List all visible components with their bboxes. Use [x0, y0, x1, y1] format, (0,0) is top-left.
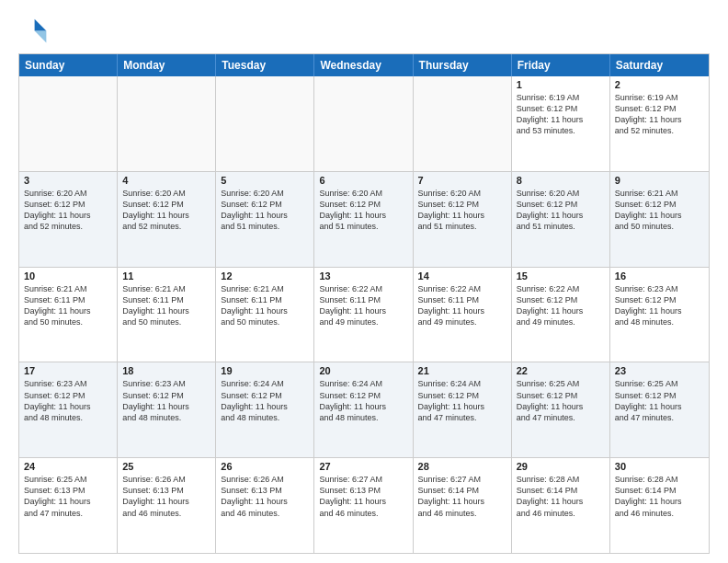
day-number: 14: [418, 270, 506, 282]
day-info: Sunrise: 6:21 AM Sunset: 6:12 PM Dayligh…: [615, 188, 704, 233]
day-info: Sunrise: 6:24 AM Sunset: 6:12 PM Dayligh…: [319, 378, 407, 423]
day-number: 16: [615, 270, 704, 282]
calendar-cell: 26Sunrise: 6:26 AM Sunset: 6:13 PM Dayli…: [216, 458, 314, 553]
day-info: Sunrise: 6:27 AM Sunset: 6:13 PM Dayligh…: [319, 474, 407, 519]
calendar-cell: 14Sunrise: 6:22 AM Sunset: 6:11 PM Dayli…: [414, 268, 512, 362]
calendar-cell: 21Sunrise: 6:24 AM Sunset: 6:12 PM Dayli…: [414, 362, 512, 457]
day-number: 29: [517, 461, 605, 472]
day-info: Sunrise: 6:25 AM Sunset: 6:12 PM Dayligh…: [517, 378, 605, 423]
calendar-cell: 22Sunrise: 6:25 AM Sunset: 6:12 PM Dayli…: [512, 362, 610, 457]
calendar-cell: 12Sunrise: 6:21 AM Sunset: 6:11 PM Dayli…: [216, 268, 314, 362]
calendar-cell: 18Sunrise: 6:23 AM Sunset: 6:12 PM Dayli…: [118, 362, 216, 457]
day-info: Sunrise: 6:21 AM Sunset: 6:11 PM Dayligh…: [24, 283, 112, 328]
day-number: 10: [24, 270, 112, 282]
day-info: Sunrise: 6:24 AM Sunset: 6:12 PM Dayligh…: [418, 378, 506, 423]
calendar-cell: 3Sunrise: 6:20 AM Sunset: 6:12 PM Daylig…: [19, 172, 118, 267]
calendar-cell: 25Sunrise: 6:26 AM Sunset: 6:13 PM Dayli…: [118, 458, 216, 553]
day-number: 30: [615, 461, 704, 472]
calendar-cell: [314, 76, 413, 171]
day-number: 7: [418, 175, 506, 186]
day-info: Sunrise: 6:19 AM Sunset: 6:12 PM Dayligh…: [517, 92, 605, 137]
day-info: Sunrise: 6:20 AM Sunset: 6:12 PM Dayligh…: [24, 188, 112, 233]
calendar-cell: 4Sunrise: 6:20 AM Sunset: 6:12 PM Daylig…: [118, 172, 216, 267]
calendar-cell: 24Sunrise: 6:25 AM Sunset: 6:13 PM Dayli…: [19, 458, 118, 553]
day-number: 27: [319, 461, 407, 472]
calendar-cell: [19, 76, 118, 171]
svg-marker-0: [35, 19, 47, 31]
day-number: 8: [517, 175, 605, 186]
calendar-cell: 30Sunrise: 6:28 AM Sunset: 6:14 PM Dayli…: [610, 458, 709, 553]
cal-header-day: Monday: [118, 54, 216, 76]
day-number: 24: [24, 461, 112, 472]
cal-header-day: Sunday: [19, 54, 118, 76]
calendar-cell: 10Sunrise: 6:21 AM Sunset: 6:11 PM Dayli…: [19, 268, 118, 362]
calendar-cell: [414, 76, 512, 171]
calendar-cell: 5Sunrise: 6:20 AM Sunset: 6:12 PM Daylig…: [216, 172, 314, 267]
calendar-cell: 8Sunrise: 6:20 AM Sunset: 6:12 PM Daylig…: [512, 172, 610, 267]
day-info: Sunrise: 6:22 AM Sunset: 6:11 PM Dayligh…: [319, 283, 407, 328]
calendar-cell: 6Sunrise: 6:20 AM Sunset: 6:12 PM Daylig…: [314, 172, 413, 267]
calendar-cell: 13Sunrise: 6:22 AM Sunset: 6:11 PM Dayli…: [314, 268, 413, 362]
day-info: Sunrise: 6:28 AM Sunset: 6:14 PM Dayligh…: [517, 474, 605, 519]
logo-icon: [18, 15, 48, 44]
day-info: Sunrise: 6:20 AM Sunset: 6:12 PM Dayligh…: [319, 188, 407, 233]
calendar-row: 3Sunrise: 6:20 AM Sunset: 6:12 PM Daylig…: [19, 171, 709, 267]
day-info: Sunrise: 6:20 AM Sunset: 6:12 PM Dayligh…: [221, 188, 309, 233]
day-info: Sunrise: 6:23 AM Sunset: 6:12 PM Dayligh…: [615, 283, 704, 328]
day-info: Sunrise: 6:21 AM Sunset: 6:11 PM Dayligh…: [221, 283, 309, 328]
day-number: 15: [517, 270, 605, 282]
cal-header-day: Saturday: [610, 54, 709, 76]
calendar-cell: [216, 76, 314, 171]
day-info: Sunrise: 6:20 AM Sunset: 6:12 PM Dayligh…: [418, 188, 506, 233]
calendar-cell: 27Sunrise: 6:27 AM Sunset: 6:13 PM Dayli…: [314, 458, 413, 553]
cal-header-day: Wednesday: [314, 54, 413, 76]
day-number: 3: [24, 175, 112, 186]
cal-header-day: Thursday: [414, 54, 512, 76]
day-number: 22: [517, 365, 605, 376]
day-number: 9: [615, 175, 704, 186]
day-number: 13: [319, 270, 407, 282]
calendar-body: 1Sunrise: 6:19 AM Sunset: 6:12 PM Daylig…: [19, 76, 709, 553]
day-number: 4: [122, 175, 210, 186]
day-info: Sunrise: 6:22 AM Sunset: 6:12 PM Dayligh…: [517, 283, 605, 328]
day-number: 25: [122, 461, 210, 472]
calendar-cell: 20Sunrise: 6:24 AM Sunset: 6:12 PM Dayli…: [314, 362, 413, 457]
calendar-cell: 16Sunrise: 6:23 AM Sunset: 6:12 PM Dayli…: [610, 268, 709, 362]
day-info: Sunrise: 6:28 AM Sunset: 6:14 PM Dayligh…: [615, 474, 704, 519]
day-number: 5: [221, 175, 309, 186]
calendar-cell: 29Sunrise: 6:28 AM Sunset: 6:14 PM Dayli…: [512, 458, 610, 553]
calendar-cell: 15Sunrise: 6:22 AM Sunset: 6:12 PM Dayli…: [512, 268, 610, 362]
calendar-cell: 7Sunrise: 6:20 AM Sunset: 6:12 PM Daylig…: [414, 172, 512, 267]
calendar-row: 10Sunrise: 6:21 AM Sunset: 6:11 PM Dayli…: [19, 267, 709, 362]
day-number: 26: [221, 461, 309, 472]
day-info: Sunrise: 6:25 AM Sunset: 6:12 PM Dayligh…: [615, 378, 704, 423]
day-info: Sunrise: 6:20 AM Sunset: 6:12 PM Dayligh…: [517, 188, 605, 233]
calendar-row: 24Sunrise: 6:25 AM Sunset: 6:13 PM Dayli…: [19, 457, 709, 553]
day-info: Sunrise: 6:26 AM Sunset: 6:13 PM Dayligh…: [122, 474, 210, 519]
calendar-row: 1Sunrise: 6:19 AM Sunset: 6:12 PM Daylig…: [19, 76, 709, 171]
calendar: SundayMondayTuesdayWednesdayThursdayFrid…: [18, 53, 710, 554]
cal-header-day: Friday: [512, 54, 610, 76]
day-number: 12: [221, 270, 309, 282]
day-info: Sunrise: 6:20 AM Sunset: 6:12 PM Dayligh…: [122, 188, 210, 233]
calendar-header: SundayMondayTuesdayWednesdayThursdayFrid…: [19, 54, 709, 76]
calendar-cell: 2Sunrise: 6:19 AM Sunset: 6:12 PM Daylig…: [610, 76, 709, 171]
day-number: 20: [319, 365, 407, 376]
day-number: 1: [517, 79, 605, 90]
day-number: 21: [418, 365, 506, 376]
day-info: Sunrise: 6:19 AM Sunset: 6:12 PM Dayligh…: [615, 92, 704, 137]
day-info: Sunrise: 6:23 AM Sunset: 6:12 PM Dayligh…: [122, 378, 210, 423]
day-number: 11: [122, 270, 210, 282]
day-info: Sunrise: 6:26 AM Sunset: 6:13 PM Dayligh…: [221, 474, 309, 519]
day-info: Sunrise: 6:25 AM Sunset: 6:13 PM Dayligh…: [24, 474, 112, 519]
day-info: Sunrise: 6:23 AM Sunset: 6:12 PM Dayligh…: [24, 378, 112, 423]
calendar-cell: 28Sunrise: 6:27 AM Sunset: 6:14 PM Dayli…: [414, 458, 512, 553]
day-number: 18: [122, 365, 210, 376]
day-info: Sunrise: 6:21 AM Sunset: 6:11 PM Dayligh…: [122, 283, 210, 328]
day-number: 2: [615, 79, 704, 90]
day-number: 19: [221, 365, 309, 376]
calendar-row: 17Sunrise: 6:23 AM Sunset: 6:12 PM Dayli…: [19, 362, 709, 457]
svg-marker-1: [35, 31, 47, 43]
calendar-cell: 9Sunrise: 6:21 AM Sunset: 6:12 PM Daylig…: [610, 172, 709, 267]
calendar-cell: 1Sunrise: 6:19 AM Sunset: 6:12 PM Daylig…: [512, 76, 610, 171]
